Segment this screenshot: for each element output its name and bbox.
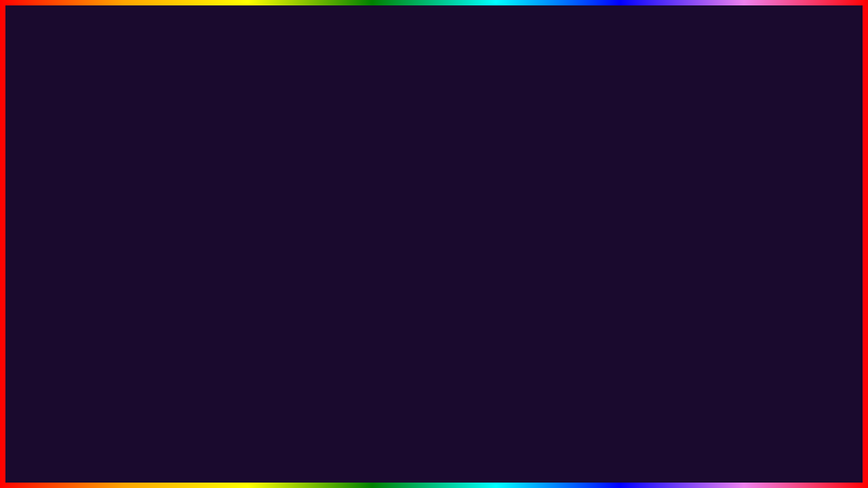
list-item[interactable]: The Facility — [298, 92, 366, 102]
tab-scriptbox2[interactable]: Scriptbox2 — [356, 241, 411, 256]
panel-item[interactable]: Click Teleport.txt — [688, 337, 813, 349]
window-title-2: Vega X - Script Hub | Page 2 — [94, 38, 189, 47]
code-line: char:SetPrimaryPartCFrame(CFrame.new(-40… — [325, 371, 677, 383]
list-item[interactable]: 'B To Toggle ESP — [199, 275, 251, 285]
panel-item[interactable]: Kick Off Script.txt — [688, 373, 813, 386]
tab-scriptbox3[interactable]: Scriptbox3 — [411, 241, 466, 256]
list-item[interactable]: Blox Fruts Flower ESP — [199, 240, 252, 249]
panel-item[interactable]: PrisonHax.txt — [688, 410, 813, 422]
panel-item[interactable]: AutoRob.txt — [688, 312, 813, 325]
list-item[interactable]: Pro-Boxing GUI — [220, 109, 292, 119]
list-item[interactable]: Console Output Copy Tool — [132, 241, 193, 250]
code-line: local root = char.HumanoidRootPart — [325, 346, 677, 359]
remove-tab-button[interactable]: Remove Tab — [688, 272, 813, 288]
list-item[interactable]: Fishing Simulator — [154, 100, 215, 109]
list-item[interactable]: Car Crushers 3 GUI — [66, 214, 127, 224]
list-item[interactable]: Tool Searcher / Grabber — [132, 267, 193, 277]
panel-item[interactable]: Anti-AFK.txt — [688, 300, 813, 312]
list-item[interactable]: Loomian Legacy Jump — [297, 101, 366, 110]
list-item[interactable]: A Bizarre Day GUI — [66, 223, 127, 232]
window-col-ga-3: Ga... Legends... Fishing Simulator TOPKE… — [154, 80, 216, 136]
scroll-y[interactable] — [682, 257, 688, 434]
transparent-checkbox[interactable]: Transparent — [326, 225, 377, 233]
vega-logo: V — [306, 222, 321, 237]
list-item[interactable]: Tower Of Hell Tool Giver — [66, 267, 127, 277]
panel-item[interactable]: Advanced Prison Life... — [688, 288, 813, 300]
list-item[interactable]: Sorting Fren... — [220, 92, 292, 101]
script-hub-button[interactable]: Script Hub — [530, 439, 593, 456]
list-item[interactable]: Suicide Gun Script — [132, 276, 193, 285]
code-line: CFrame.new(0,26,-172)) — [325, 420, 677, 432]
window-col-extras2-3: Extras Auto Win Script — [371, 82, 433, 138]
tab-scriptbox1[interactable]: Scriptbox 1 — [299, 241, 356, 256]
list-item[interactable]: Blox Fruts Cheat ESP — [199, 231, 252, 241]
list-item[interactable]: Infinite Yield — [132, 223, 193, 232]
window-col-games-2: Games Murder Mystery 2 Jailbreak Auto-Ro… — [93, 55, 155, 111]
main-titlebar: V Transparent Vega X - v1.9.7a UI Themes… — [299, 218, 813, 241]
code-editor[interactable]: local player = game:GetService("Players"… — [319, 257, 682, 434]
list-item[interactable]: Typical Colors 2 HBE — [199, 249, 252, 258]
panel-item[interactable]: SharkBite.txt — [688, 422, 813, 434]
list-item[interactable]: Acuum GUI — [66, 285, 127, 294]
add-tab-button[interactable]: Add Tab — [688, 257, 813, 272]
list-item[interactable]: Auto R... — [33, 134, 99, 144]
list-item[interactable]: Auto Win Script — [371, 93, 432, 102]
panel-item-selected[interactable]: BrokenBonesIV.txt — [688, 325, 813, 337]
list-item[interactable]: R6 Replication GUI — [132, 214, 193, 224]
list-item[interactable]: Robloxian Highschool 2 — [220, 100, 292, 110]
window-close-2[interactable]: ✕ — [248, 36, 258, 45]
list-item[interactable]: FE Trolling GUI #2 — [132, 258, 193, 268]
right-panel: Add Tab Remove Tab Advanced Prison Life.… — [688, 257, 813, 434]
col-header-misc-4: Misc. — [199, 203, 252, 211]
minimize-button[interactable]: — — [775, 225, 788, 233]
col-header-games-4: Games — [66, 203, 127, 212]
list-item[interactable]: TOPKEK V4.0.0 — [154, 108, 215, 118]
window-close-3[interactable]: ✕ — [426, 66, 435, 75]
panel-file-list[interactable]: Advanced Prison Life... Anti-AFK.txt Aut… — [688, 288, 813, 434]
close-button[interactable]: ✕ — [795, 225, 806, 234]
col-header-extras1-3: Extras — [298, 81, 366, 90]
list-item[interactable]: Lumber Tycoon 2 Break All — [199, 284, 252, 293]
scroll-thumb — [684, 264, 688, 291]
title-right: UI Themes — ✕ — [732, 225, 806, 234]
list-item[interactable]: Tank Warefare Arcade ! E — [199, 222, 252, 232]
save-file-button[interactable]: Save File — [405, 439, 465, 456]
list-item[interactable]: Loomian Legacy Heal — [66, 241, 127, 250]
transparent-label: Transparent — [337, 225, 377, 233]
list-item[interactable]: Legends... — [154, 91, 215, 100]
window-close-4[interactable]: ✕ — [235, 186, 244, 195]
panel-item[interactable]: MM2 Auto Farm.txt — [688, 398, 813, 410]
options-button[interactable]: Options — [470, 439, 524, 456]
list-item[interactable]: Jailbreak Auto Drive — [66, 258, 127, 268]
list-item[interactable]: Prison Life — [94, 101, 155, 111]
attach-button[interactable]: Attach — [658, 439, 707, 456]
list-item[interactable]: Frost Console Remote Spy — [132, 232, 193, 241]
refresh-button[interactable]: Refresh — [599, 439, 653, 456]
code-line: (0,-500,0) — [325, 407, 677, 420]
panel-item[interactable]: Dex Explorer V2.txt — [688, 349, 813, 361]
list-item[interactable]: Survive The Killer — [199, 214, 252, 223]
code-area[interactable]: 12345 678910 11121314 local player = gam… — [299, 257, 688, 434]
ui-themes-label[interactable]: UI Themes — [732, 225, 768, 233]
title-left: V Transparent — [306, 222, 377, 237]
checkbox-box[interactable] — [326, 225, 334, 233]
panel-item[interactable]: Enable Reset Charac... — [688, 361, 813, 373]
list-item[interactable]: Islands OP GUI — [66, 276, 127, 285]
main-window: V Transparent Vega X - v1.9.7a UI Themes… — [298, 217, 814, 461]
code-line: while wait(0.5) do — [325, 310, 677, 322]
code-line: root.j... — [325, 359, 677, 371]
col-header-games-1: Games — [31, 61, 96, 71]
list-item[interactable]: Suf GUI — [199, 258, 252, 267]
list-item[interactable]: FE Hat Oto Tools — [132, 249, 193, 259]
window-col-extras-3: Extras The Facility Loomian Legacy Jump … — [297, 81, 366, 137]
list-item[interactable]: Loomian Legacy — [66, 232, 127, 241]
window-col-games-4: Games Car Crushers 3 GUI A Bizarre Day G… — [66, 203, 127, 294]
panel-item[interactable]: Lumber Dominator.txt — [688, 386, 813, 398]
list-item[interactable]: Infinite Jump — [297, 110, 366, 119]
list-item[interactable]: Roblox's Got Talent — [220, 118, 292, 127]
list-item[interactable]: Prison Life Gun Mod — [220, 127, 292, 136]
list-item[interactable]: Ragdoll Engine Break Map — [66, 249, 127, 259]
col-header-games-2: Games — [93, 55, 154, 64]
window-titlebar-4: Vega X - Script Hub | Page 3 ✕ — [61, 183, 250, 200]
list-item[interactable]: Click Teleport Method 2 — [199, 266, 251, 276]
